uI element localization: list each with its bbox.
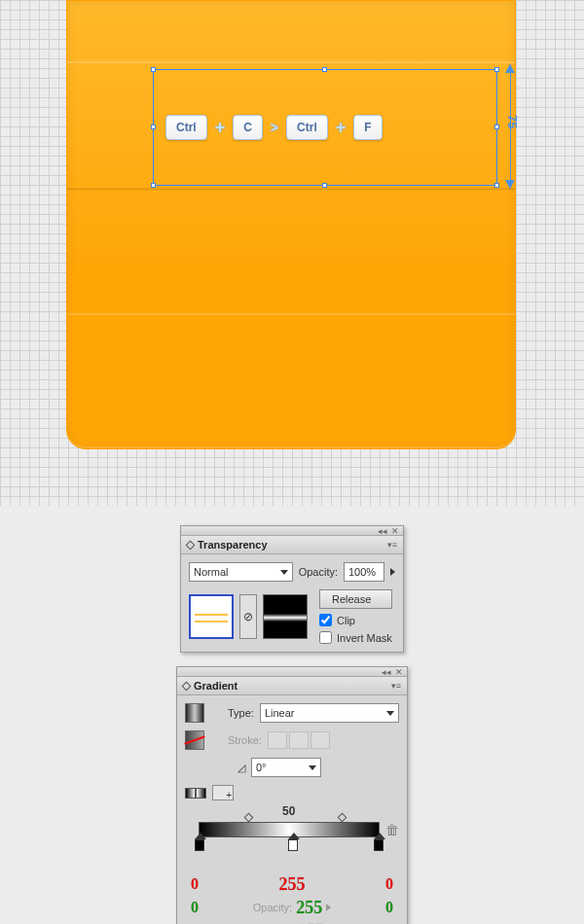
gradient-fill-swatch[interactable] <box>185 703 204 723</box>
orange-card-shape[interactable] <box>66 0 516 449</box>
chevron-down-icon <box>280 570 288 575</box>
selection-handle[interactable] <box>494 67 499 72</box>
opacity-value: 100% <box>348 566 376 578</box>
selection-handle[interactable] <box>322 67 327 72</box>
chevron-right-icon: > <box>271 120 278 135</box>
midpoint-handle[interactable] <box>338 813 347 823</box>
gradient-stop[interactable] <box>195 839 204 851</box>
right-stop-r: 0 <box>385 876 393 892</box>
chevron-down-icon <box>309 765 316 770</box>
panel-title: Transparency <box>198 539 268 551</box>
artwork-thumbnail[interactable] <box>189 594 234 639</box>
key-ctrl-2: Ctrl <box>286 115 328 140</box>
diamond-icon <box>186 540 196 550</box>
mid-stop-g: 255 <box>296 900 322 915</box>
transparency-panel: ◂◂ ✕ Transparency ▾≡ Normal Opacity: 100… <box>180 525 404 653</box>
gradient-stop[interactable] <box>288 839 298 851</box>
left-stop-r: 0 <box>191 876 199 892</box>
gradient-stop[interactable] <box>374 839 383 851</box>
arrow-up-icon <box>505 64 515 73</box>
midpoint-label: 50 <box>282 804 295 818</box>
close-icon[interactable]: ✕ <box>391 526 399 535</box>
angle-value: 0° <box>256 762 267 773</box>
stroke-option <box>289 731 309 749</box>
gradient-type-select[interactable]: Linear <box>260 703 399 723</box>
collapse-icon[interactable]: ◂◂ <box>382 667 391 676</box>
right-stop-g: 0 <box>385 900 393 915</box>
shortcut-hint: Ctrl + C > Ctrl + F <box>165 115 383 140</box>
close-icon[interactable]: ✕ <box>395 667 403 676</box>
invert-mask-checkbox[interactable]: Invert Mask <box>319 631 392 644</box>
release-button[interactable]: Release <box>319 589 392 609</box>
add-stop-icon[interactable] <box>212 785 234 800</box>
link-icon[interactable]: ⊘ <box>239 594 257 639</box>
arrow-down-icon <box>505 180 515 189</box>
panel-menu-icon[interactable]: ▾≡ <box>387 540 397 550</box>
opacity-label: Opacity: <box>299 566 338 578</box>
invert-label: Invert Mask <box>337 632 392 644</box>
selection-handle[interactable] <box>151 124 156 129</box>
trash-icon[interactable]: 🗑 <box>385 822 399 837</box>
reverse-gradient-icon[interactable] <box>185 785 206 800</box>
midpoint-handle[interactable] <box>244 813 254 823</box>
measure-value: 75 <box>505 115 520 128</box>
key-c: C <box>233 115 263 140</box>
blend-mode-select[interactable]: Normal <box>189 562 293 582</box>
stop-r-row: 0 255 0 <box>185 876 399 892</box>
collapse-icon[interactable]: ◂◂ <box>378 526 387 535</box>
stroke-option <box>268 731 287 749</box>
angle-icon: ◿ <box>237 762 245 774</box>
selection-handle[interactable] <box>151 67 156 72</box>
type-label: Type: <box>228 707 254 719</box>
gradient-stroke-swatch[interactable] <box>185 730 204 750</box>
opacity-mask-thumbnail[interactable] <box>263 594 308 639</box>
chevron-down-icon <box>386 711 394 716</box>
measure-guide: 75 <box>506 64 524 189</box>
plus-icon: + <box>336 118 347 138</box>
left-stop-g: 0 <box>191 900 199 915</box>
clip-label: Clip <box>337 615 355 626</box>
key-f: F <box>353 115 382 140</box>
opacity-input[interactable]: 100% <box>344 562 384 582</box>
artboard-canvas[interactable]: Ctrl + C > Ctrl + F 75 <box>0 0 584 506</box>
gradient-slider[interactable]: 50 🗑 <box>189 810 395 869</box>
panel-title: Gradient <box>194 680 237 692</box>
flyout-icon[interactable] <box>390 568 395 576</box>
stroke-label: Stroke: <box>228 734 262 746</box>
plus-icon: + <box>215 118 226 138</box>
panel-menu-icon[interactable]: ▾≡ <box>391 681 401 691</box>
stop-opacity-label: Opacity: <box>253 902 292 913</box>
stroke-option <box>310 731 330 749</box>
clip-checkbox[interactable]: Clip <box>319 614 392 626</box>
mid-stop-r: 255 <box>279 876 306 892</box>
selection-handle[interactable] <box>494 124 499 129</box>
key-ctrl: Ctrl <box>165 115 207 140</box>
selection-handle[interactable] <box>151 183 156 188</box>
blend-mode-value: Normal <box>194 566 228 578</box>
diamond-icon <box>182 681 192 691</box>
selection-handle[interactable] <box>322 183 327 188</box>
flyout-icon <box>326 904 331 911</box>
gradient-type-value: Linear <box>265 707 295 719</box>
angle-input[interactable]: 0° <box>251 758 321 777</box>
gradient-panel: ◂◂ ✕ Gradient ▾≡ Type: Linear <box>176 666 408 924</box>
stop-g-row: 0 Opacity: 255 0 <box>185 900 399 915</box>
selection-handle[interactable] <box>494 183 499 188</box>
